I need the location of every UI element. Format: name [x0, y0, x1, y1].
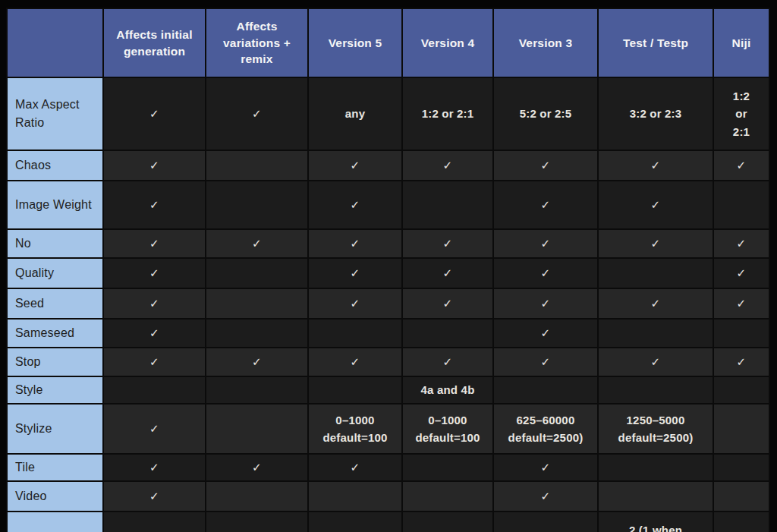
- cell-video-version-5: [309, 482, 401, 511]
- cell-number-of-grid-images-affects-initial-generation: -: [104, 512, 205, 532]
- cell-number-of-grid-images-test-testp: 2 (1 when aspect ratio≠1:1): [599, 512, 713, 532]
- check-icon: ✓: [651, 198, 661, 211]
- cell-chaos-test-testp: ✓: [599, 151, 713, 180]
- table-row-style: Style4a and 4b: [8, 377, 769, 403]
- cell-quality-affects-variations-remix: [206, 259, 307, 288]
- corner-cell: [8, 9, 102, 77]
- check-icon: ✓: [651, 355, 661, 368]
- cell-style-affects-variations-remix: [206, 377, 307, 403]
- table-row-sameseed: Sameseed✓✓: [8, 320, 769, 347]
- table-row-number-of-grid-images: Number of Grid Images--4442 (1 when aspe…: [8, 512, 769, 532]
- row-header-max-aspect-ratio: Max Aspect Ratio: [8, 78, 102, 150]
- cell-chaos-niji: ✓: [714, 151, 769, 180]
- check-icon: ✓: [541, 237, 551, 250]
- row-header-quality: Quality: [8, 259, 102, 288]
- table-header: Affects initial generationAffects variat…: [8, 9, 769, 77]
- check-icon: ✓: [443, 237, 453, 250]
- cell-video-version-4: [403, 482, 492, 511]
- check-icon: ✓: [252, 237, 262, 250]
- cell-max-aspect-ratio-affects-variations-remix: ✓: [206, 78, 307, 150]
- cell-chaos-version-5: ✓: [309, 151, 401, 180]
- cell-stylize-version-3: 625–60000 default=2500): [494, 405, 597, 453]
- check-icon: ✓: [149, 422, 159, 435]
- cell-video-version-3: ✓: [494, 482, 597, 511]
- table-row-stylize: Stylize✓0–1000 default=1000–1000 default…: [8, 405, 769, 453]
- check-icon: ✓: [149, 326, 159, 339]
- check-icon: ✓: [541, 326, 551, 339]
- cell-style-version-4: 4a and 4b: [403, 377, 492, 403]
- cell-chaos-version-4: ✓: [403, 151, 492, 180]
- table-row-quality: Quality✓✓✓✓✓: [8, 259, 769, 288]
- check-icon: ✓: [737, 159, 747, 172]
- check-icon: ✓: [737, 266, 747, 279]
- cell-image-weight-version-3: ✓: [494, 181, 597, 228]
- cell-stylize-test-testp: 1250–5000 default=2500): [599, 405, 713, 453]
- row-header-stop: Stop: [8, 348, 102, 376]
- check-icon: ✓: [351, 237, 360, 250]
- cell-seed-affects-initial-generation: ✓: [104, 289, 205, 318]
- cell-style-affects-initial-generation: [104, 377, 205, 403]
- cell-no-version-4: ✓: [403, 230, 492, 257]
- cell-stop-affects-variations-remix: ✓: [206, 348, 307, 376]
- table-row-tile: Tile✓✓✓✓: [8, 455, 769, 480]
- row-header-no: No: [8, 230, 102, 257]
- row-header-tile: Tile: [8, 455, 102, 480]
- cell-stylize-niji: [714, 405, 769, 453]
- column-header-version-4: Version 4: [403, 9, 492, 77]
- table-row-no: No✓✓✓✓✓✓✓: [8, 230, 769, 257]
- table-body: Max Aspect Ratio✓✓any1:2 or 2:15:2 or 2:…: [8, 78, 769, 532]
- check-icon: ✓: [443, 159, 453, 172]
- cell-no-version-3: ✓: [494, 230, 597, 257]
- check-icon: ✓: [252, 461, 262, 474]
- cell-sameseed-affects-initial-generation: ✓: [104, 320, 205, 347]
- cell-seed-version-5: ✓: [309, 289, 401, 318]
- cell-video-test-testp: [599, 482, 713, 511]
- cell-chaos-affects-variations-remix: [206, 151, 307, 180]
- check-icon: ✓: [149, 159, 159, 172]
- check-icon: ✓: [252, 355, 262, 368]
- cell-quality-version-4: ✓: [403, 259, 492, 288]
- check-icon: ✓: [149, 237, 159, 250]
- cell-image-weight-niji: [714, 181, 769, 228]
- page: Affects initial generationAffects variat…: [0, 0, 777, 532]
- check-icon: ✓: [443, 355, 453, 368]
- cell-sameseed-version-4: [403, 320, 492, 347]
- check-icon: ✓: [651, 159, 661, 172]
- column-header-affects-initial-generation: Affects initial generation: [104, 9, 205, 77]
- cell-stop-test-testp: ✓: [599, 348, 713, 376]
- cell-number-of-grid-images-niji: [714, 512, 769, 532]
- cell-max-aspect-ratio-niji: 1:2 or 2:1: [714, 78, 769, 150]
- cell-stylize-affects-initial-generation: ✓: [104, 405, 205, 453]
- cell-video-niji: [714, 482, 769, 511]
- check-icon: ✓: [351, 355, 360, 368]
- cell-tile-test-testp: [599, 455, 713, 480]
- check-icon: ✓: [443, 297, 453, 310]
- cell-image-weight-version-5: ✓: [309, 181, 401, 228]
- check-icon: ✓: [149, 461, 159, 474]
- row-header-video: Video: [8, 482, 102, 511]
- check-icon: ✓: [149, 198, 159, 211]
- check-icon: ✓: [541, 490, 551, 502]
- check-icon: ✓: [737, 297, 747, 310]
- check-icon: ✓: [541, 266, 551, 279]
- row-header-sameseed: Sameseed: [8, 320, 102, 347]
- cell-video-affects-initial-generation: ✓: [104, 482, 205, 511]
- cell-sameseed-affects-variations-remix: [206, 320, 307, 347]
- check-icon: ✓: [351, 159, 360, 172]
- table-row-stop: Stop✓✓✓✓✓✓✓: [8, 348, 769, 376]
- cell-tile-version-5: ✓: [309, 455, 401, 480]
- cell-video-affects-variations-remix: [206, 482, 307, 511]
- row-header-style: Style: [8, 377, 102, 403]
- check-icon: ✓: [351, 461, 360, 474]
- cell-tile-niji: [714, 455, 769, 480]
- cell-style-test-testp: [599, 377, 713, 403]
- check-icon: ✓: [443, 266, 453, 279]
- cell-stop-version-3: ✓: [494, 348, 597, 376]
- cell-no-affects-variations-remix: ✓: [206, 230, 307, 257]
- cell-tile-affects-initial-generation: ✓: [104, 455, 205, 480]
- cell-stop-version-4: ✓: [403, 348, 492, 376]
- cell-stop-version-5: ✓: [309, 348, 401, 376]
- cell-image-weight-test-testp: ✓: [599, 181, 713, 228]
- cell-stylize-affects-variations-remix: [206, 405, 307, 453]
- cell-quality-test-testp: [599, 259, 713, 288]
